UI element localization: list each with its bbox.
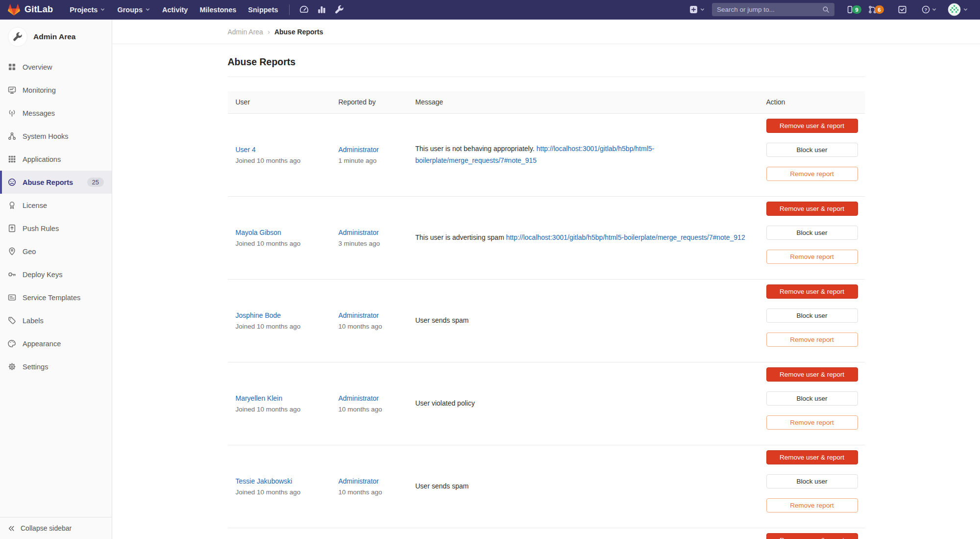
message-link[interactable]: http://localhost:3001/gitlab/h5bp/html5-… xyxy=(506,233,745,241)
reported-user-link[interactable]: Josphine Bode xyxy=(236,311,281,319)
nav-link-projects[interactable]: Projects xyxy=(64,0,111,20)
todos-button[interactable] xyxy=(893,0,911,20)
global-search xyxy=(712,3,834,16)
remove-report-button[interactable]: Remove report xyxy=(766,250,858,264)
reporter-link[interactable]: Administrator xyxy=(339,229,379,236)
sidebar-item-system-hooks[interactable]: System Hooks xyxy=(0,125,112,148)
user-cell: Mayola GibsonJoined 10 months ago xyxy=(228,196,331,279)
message-text: This user is advertising spam xyxy=(416,233,506,241)
messages-icon xyxy=(8,109,16,117)
message-cell: This user is advertising spam http://loc… xyxy=(408,196,759,279)
sidebar-item-geo[interactable]: Geo xyxy=(0,240,112,263)
sidebar-item-label: License xyxy=(23,202,47,209)
remove-report-button[interactable]: Remove report xyxy=(766,498,858,513)
breadcrumb-bar: Admin Area › Abuse Reports xyxy=(112,20,980,44)
geo-icon xyxy=(8,247,16,256)
user-cell: User 4Joined 10 months ago xyxy=(228,113,331,196)
avatar xyxy=(948,3,961,16)
sidebar-item-label: Geo xyxy=(23,248,36,256)
navbar-links: ProjectsGroupsActivityMilestonesSnippets xyxy=(64,0,284,20)
navbar-icon-buttons xyxy=(295,0,348,20)
nav-link-milestones[interactable]: Milestones xyxy=(194,0,242,20)
abuse-report-row: Remove user & reportBlock userRemove rep… xyxy=(228,528,865,539)
search-icon xyxy=(822,6,830,13)
remove-user-and-report-button[interactable]: Remove user & report xyxy=(766,533,858,539)
help-menu-button[interactable]: ? xyxy=(922,5,937,14)
reported-user-link[interactable]: Tessie Jakubowski xyxy=(236,477,293,485)
action-cell: Remove user & reportBlock userRemove rep… xyxy=(759,362,865,445)
sidebar-item-messages[interactable]: Messages xyxy=(0,102,112,125)
nav-link-groups[interactable]: Groups xyxy=(111,0,156,20)
dashboard-nav-button[interactable] xyxy=(295,0,313,20)
reported-user-link[interactable]: Maryellen Klein xyxy=(236,394,283,402)
reporter-link[interactable]: Administrator xyxy=(339,146,379,154)
nav-link-label: Milestones xyxy=(199,6,236,14)
remove-report-button[interactable]: Remove report xyxy=(766,415,858,430)
reported-when-text: 3 minutes ago xyxy=(339,240,408,247)
reported-by-cell: Administrator1 minute ago xyxy=(331,113,408,196)
merge-requests-counter-button[interactable]: 6 xyxy=(868,5,884,14)
sidebar-menu: OverviewMonitoringMessagesSystem HooksAp… xyxy=(0,55,112,378)
sidebar-item-appearance[interactable]: Appearance xyxy=(0,332,112,355)
reported-when-text: 10 months ago xyxy=(339,406,408,413)
sidebar-item-license[interactable]: License xyxy=(0,194,112,217)
remove-user-and-report-button[interactable]: Remove user & report xyxy=(766,367,858,382)
sidebar-item-label: Overview xyxy=(23,63,52,71)
sidebar-item-deploy-keys[interactable]: Deploy Keys xyxy=(0,263,112,286)
remove-user-and-report-button[interactable]: Remove user & report xyxy=(766,450,858,464)
sidebar-count-badge: 25 xyxy=(87,178,104,187)
sidebar-item-abuse-reports[interactable]: Abuse Reports25 xyxy=(0,171,112,194)
table-header-row: User Reported by Message Action xyxy=(228,91,865,113)
block-user-button[interactable]: Block user xyxy=(766,474,858,488)
block-user-button[interactable]: Block user xyxy=(766,143,858,157)
block-user-button[interactable]: Block user xyxy=(766,308,858,323)
remove-report-button[interactable]: Remove report xyxy=(766,167,858,181)
monitoring-icon xyxy=(8,86,16,94)
sidebar-item-overview[interactable]: Overview xyxy=(0,55,112,78)
remove-user-and-report-button[interactable]: Remove user & report xyxy=(766,284,858,299)
breadcrumb-current: Abuse Reports xyxy=(274,28,323,36)
sidebar-item-monitoring[interactable]: Monitoring xyxy=(0,78,112,102)
issues-counter-button[interactable]: 9 xyxy=(846,5,861,14)
reporter-link[interactable]: Administrator xyxy=(339,311,379,319)
admin-sidebar: Admin Area OverviewMonitoringMessagesSys… xyxy=(0,20,112,539)
license-icon xyxy=(8,201,16,209)
chevrons-left-icon xyxy=(8,525,15,532)
nav-link-activity[interactable]: Activity xyxy=(156,0,194,20)
sidebar-item-labels[interactable]: Labels xyxy=(0,309,112,332)
sidebar-item-service-templates[interactable]: Service Templates xyxy=(0,286,112,309)
remove-user-and-report-button[interactable]: Remove user & report xyxy=(766,202,858,216)
collapse-sidebar-button[interactable]: Collapse sidebar xyxy=(0,517,112,539)
remove-report-button[interactable]: Remove report xyxy=(766,333,858,347)
sidebar-item-settings[interactable]: Settings xyxy=(0,355,112,378)
search-input[interactable] xyxy=(717,6,819,13)
block-user-button[interactable]: Block user xyxy=(766,226,858,240)
user-menu-button[interactable] xyxy=(948,3,968,16)
message-cell: User violated policy xyxy=(408,362,759,445)
user-joined-text: Joined 10 months ago xyxy=(236,157,331,164)
chevron-down-icon xyxy=(145,7,150,12)
sidebar-item-label: System Hooks xyxy=(23,132,68,140)
remove-user-and-report-button[interactable]: Remove user & report xyxy=(766,119,858,133)
reported-user-link[interactable]: Mayola Gibson xyxy=(236,229,281,236)
reported-by-cell: Administrator10 months ago xyxy=(331,362,408,445)
chart-nav-button[interactable] xyxy=(313,0,331,20)
wrench-nav-button[interactable] xyxy=(331,0,348,20)
breadcrumb-admin-area-link[interactable]: Admin Area xyxy=(228,28,263,36)
column-header-action: Action xyxy=(759,91,865,113)
block-user-button[interactable]: Block user xyxy=(766,391,858,406)
user-joined-text: Joined 10 months ago xyxy=(236,406,331,413)
user-joined-text: Joined 10 months ago xyxy=(236,323,331,330)
sidebar-item-push-rules[interactable]: Push Rules xyxy=(0,217,112,240)
gitlab-logo[interactable]: GitLab xyxy=(8,4,53,16)
sidebar-item-applications[interactable]: Applications xyxy=(0,148,112,171)
reporter-link[interactable]: Administrator xyxy=(339,394,379,402)
wrench-icon xyxy=(335,5,344,14)
reported-user-link[interactable]: User 4 xyxy=(236,146,256,154)
reporter-link[interactable]: Administrator xyxy=(339,477,379,485)
sidebar-context-header[interactable]: Admin Area xyxy=(0,20,112,51)
new-menu-button[interactable] xyxy=(689,5,705,14)
tanuki-icon xyxy=(8,4,20,16)
abuse-icon xyxy=(8,178,16,186)
nav-link-snippets[interactable]: Snippets xyxy=(242,0,284,20)
